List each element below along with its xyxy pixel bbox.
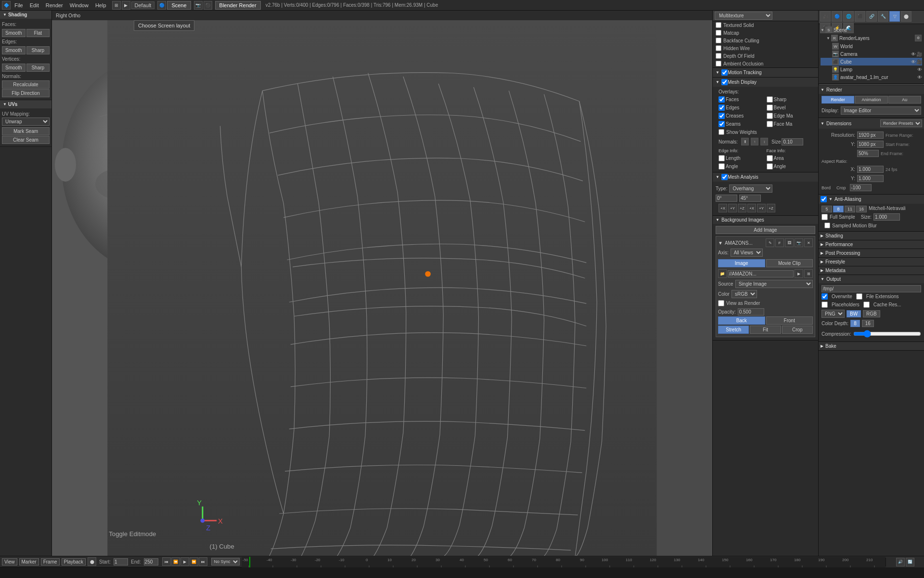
fit-btn[interactable]: Fit: [750, 326, 781, 334]
timeline-ruler[interactable]: -50 -40 -30 -20 -10 0 10 20 30 40 50 60 …: [242, 557, 886, 567]
render-header[interactable]: ▼ Render: [819, 86, 924, 94]
layout-selector[interactable]: Default: [131, 1, 155, 9]
metadata-header[interactable]: ▶ Metadata: [819, 266, 924, 275]
motion-tracking-header[interactable]: ▼ Motion Tracking: [713, 68, 818, 77]
world-props-icon[interactable]: 🌐: [843, 11, 854, 22]
faces-overlay-check[interactable]: [719, 96, 725, 103]
file-browse-icon[interactable]: ⊞: [804, 269, 813, 278]
normals-face-icon[interactable]: ↑: [751, 138, 758, 145]
angle-max-input[interactable]: [739, 195, 761, 202]
depth-check[interactable]: [716, 53, 721, 59]
scene-props-icon[interactable]: 🔵: [832, 11, 842, 22]
opacity-input[interactable]: [738, 308, 764, 315]
compression-slider[interactable]: [853, 329, 921, 339]
angle-min-input[interactable]: [716, 195, 737, 202]
cd-16-btn[interactable]: 16: [862, 320, 874, 327]
ty2-icon[interactable]: +Y: [757, 204, 766, 212]
cache-res-check[interactable]: [863, 302, 870, 308]
cube-render-icon[interactable]: 🎥: [916, 59, 922, 65]
bg-edit-icon[interactable]: ✎: [766, 238, 774, 247]
hidden-wire-check[interactable]: [716, 45, 721, 51]
stretch-btn[interactable]: Stretch: [718, 326, 749, 334]
freestyle-header[interactable]: ▶ Freestyle: [819, 258, 924, 266]
sharp-overlay-check[interactable]: [767, 96, 773, 103]
render-tab[interactable]: Render: [821, 96, 854, 104]
aa-5-btn[interactable]: 5: [821, 206, 832, 212]
bg-f-icon[interactable]: F: [775, 238, 784, 247]
backface-check[interactable]: [716, 38, 721, 43]
camera-eye-icon[interactable]: 👁: [911, 52, 916, 57]
ay-input[interactable]: [857, 175, 884, 182]
show-weights-check[interactable]: [719, 129, 724, 135]
flat-faces-btn[interactable]: Flat: [26, 29, 50, 37]
camera-item[interactable]: 📷 Camera 👁 🎥: [821, 50, 922, 58]
normals-size-input[interactable]: [782, 138, 803, 145]
sphere-icon[interactable]: ⚫: [204, 1, 212, 10]
scene-icon[interactable]: 🔵: [157, 1, 166, 10]
edge-ma-overlay-check[interactable]: [767, 113, 773, 119]
output-path-input[interactable]: [821, 285, 921, 292]
au-tab[interactable]: Au: [888, 96, 921, 104]
normals-vert-icon[interactable]: ⬆: [741, 138, 749, 145]
face-ma-overlay-check[interactable]: [767, 121, 773, 127]
post-processing-header[interactable]: ▶ Post Processing: [819, 249, 924, 257]
sharp-verts-btn[interactable]: Sharp: [26, 64, 50, 72]
jump-end-icon[interactable]: ⏭: [199, 557, 207, 566]
shading-header[interactable]: Shading: [0, 11, 51, 19]
canvas-area[interactable]: X Y Z (1) Cube Toggle Editmode: [52, 20, 712, 556]
mark-seam-btn[interactable]: Mark Seam: [2, 127, 50, 135]
bg-camera-icon[interactable]: 📷: [795, 238, 803, 247]
movie-clip-btn[interactable]: Movie Clip: [766, 259, 813, 267]
sync-select[interactable]: No Sync: [211, 558, 240, 565]
mesh-display-header[interactable]: ▼ Mesh Display: [713, 78, 818, 87]
cd-8-btn[interactable]: 8: [850, 320, 860, 327]
camera-render-icon[interactable]: 🎥: [916, 52, 922, 57]
menu-file[interactable]: File: [12, 1, 26, 9]
axis-select[interactable]: All Views: [731, 249, 763, 257]
aa-header[interactable]: ▼ Anti-Aliasing: [819, 195, 924, 204]
screen-layout-icon[interactable]: ⊞: [112, 1, 121, 10]
res-y-input[interactable]: [857, 141, 884, 148]
render-icon[interactable]: ▶: [122, 1, 130, 10]
sharp-edges-btn[interactable]: Sharp: [26, 46, 50, 54]
avatar-eye-icon[interactable]: 👁: [917, 75, 922, 80]
bake-header[interactable]: ▶ Bake: [819, 342, 924, 350]
avatar-item[interactable]: 👤 avatar_head_1.lm_cur 👁: [821, 73, 922, 81]
recalculate-btn[interactable]: Recalculate: [2, 80, 50, 89]
creases-overlay-check[interactable]: [719, 113, 725, 119]
mesh-analysis-check[interactable]: [721, 174, 728, 180]
render-engine-label[interactable]: Blender Render: [215, 1, 261, 10]
file-open-icon[interactable]: 📁: [718, 269, 727, 278]
smooth-verts-btn[interactable]: Smooth: [2, 64, 26, 72]
file-ext-check[interactable]: [856, 293, 862, 300]
blender-logo[interactable]: 🔷: [2, 1, 11, 10]
object-props-icon[interactable]: ⬛: [855, 11, 865, 22]
overwrite-check[interactable]: [821, 293, 828, 300]
tx-icon[interactable]: +X: [719, 204, 727, 212]
bg-image-icon[interactable]: 🖼: [785, 238, 794, 247]
sampled-mb-check[interactable]: [824, 223, 830, 228]
clear-seam-btn[interactable]: Clear Seam: [2, 136, 50, 144]
sync-icon[interactable]: 🔄: [906, 558, 914, 566]
front-btn[interactable]: Front: [766, 316, 813, 325]
source-select[interactable]: Single Image: [735, 280, 813, 288]
unwrap-select[interactable]: Unwrap: [2, 118, 50, 126]
color-select[interactable]: sRGB: [732, 290, 757, 298]
ty-icon[interactable]: +Y: [728, 204, 737, 212]
tz-icon[interactable]: +Z: [738, 204, 746, 212]
shading-props-header[interactable]: ▶ Shading: [819, 232, 924, 240]
bg-images-header[interactable]: ▼ Background Images: [713, 216, 818, 224]
playback-icon[interactable]: ⬤: [88, 557, 96, 566]
texture-mode-select[interactable]: Multitexture: [715, 12, 772, 20]
ax-input[interactable]: [857, 166, 884, 173]
start-frame-input[interactable]: [114, 558, 128, 565]
scene-label[interactable]: Scene: [167, 1, 191, 10]
render-presets-select[interactable]: Render Presets: [880, 119, 922, 127]
render-layers-item[interactable]: ▼ R RenderLayers ⚙: [821, 34, 922, 42]
play-back-icon[interactable]: ⏪: [171, 557, 180, 566]
length-check[interactable]: [719, 155, 725, 161]
add-image-btn[interactable]: Add Image: [716, 226, 815, 234]
lamp-eye-icon[interactable]: 👁: [917, 67, 922, 72]
constraint-icon[interactable]: 🔗: [866, 11, 877, 22]
timeline-playback[interactable]: Playback: [62, 558, 86, 565]
